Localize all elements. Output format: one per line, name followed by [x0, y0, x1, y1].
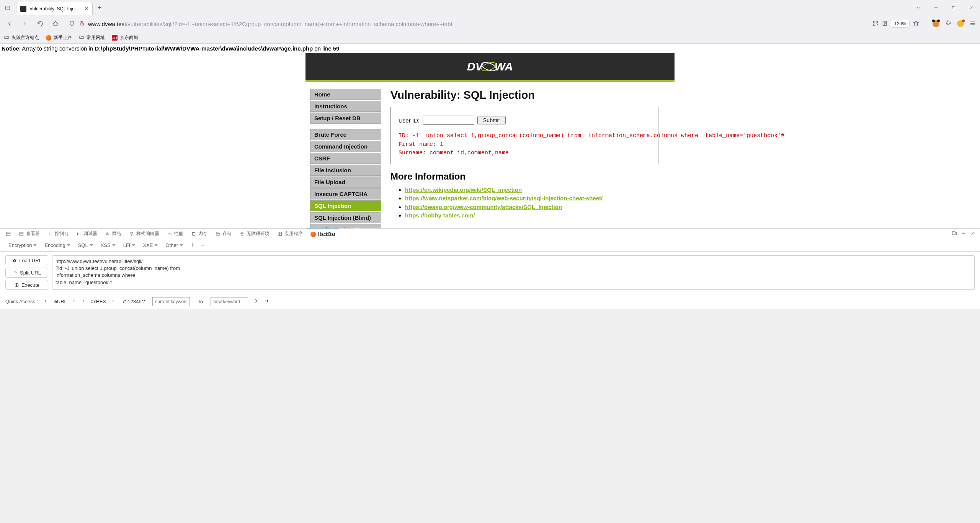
- tab-application[interactable]: 应用程序: [274, 229, 306, 239]
- tab-console[interactable]: 控制台: [44, 229, 72, 239]
- drop-encoding[interactable]: Encoding: [41, 241, 73, 250]
- sidebar-item-weak-session[interactable]: Weak Session IDs: [310, 224, 381, 228]
- tab-inspector[interactable]: 查看器: [15, 229, 43, 239]
- account-icon[interactable]: [933, 20, 939, 27]
- drop-other[interactable]: Other: [162, 241, 186, 250]
- sidebar-item-home[interactable]: Home: [310, 89, 381, 100]
- svg-point-21: [962, 233, 963, 234]
- reload-button[interactable]: [34, 18, 46, 29]
- dvwa-sidebar: Home Instructions Setup / Reset DB Brute…: [310, 89, 381, 228]
- drop-xxe[interactable]: XXE: [140, 241, 161, 250]
- tab-network[interactable]: 网络: [101, 229, 125, 239]
- quick-access-label: Quick Access :: [5, 299, 38, 304]
- qa-next-icon[interactable]: [253, 298, 259, 305]
- bookmark-bar: 火狐官方站点 新手上路 常用网址 JD京东商城: [0, 32, 980, 44]
- more-icon[interactable]: [961, 230, 966, 237]
- new-tab-button[interactable]: +: [94, 2, 105, 13]
- home-button[interactable]: [50, 18, 61, 29]
- page-title: Vulnerability: SQL Injection: [390, 89, 670, 101]
- minimize-button[interactable]: [933, 4, 939, 11]
- execute-button[interactable]: Execute: [5, 280, 48, 290]
- tab-debugger[interactable]: 调试器: [73, 229, 101, 239]
- recent-tabs-icon[interactable]: [2, 2, 13, 13]
- tab-hackbar[interactable]: HackBar: [307, 229, 339, 239]
- info-link[interactable]: https://owasp.org/www-community/attacks/…: [405, 204, 562, 210]
- tab-accessibility[interactable]: 无障碍环境: [236, 229, 273, 239]
- app-menu-icon[interactable]: [969, 20, 976, 28]
- bookmark-folder[interactable]: 火狐官方站点: [4, 34, 39, 41]
- maximize-button[interactable]: [950, 4, 957, 11]
- new-keyword-input[interactable]: [211, 297, 248, 306]
- qa-apply-icon[interactable]: [264, 298, 270, 305]
- sqli-result: ID: -1' union select 1,group_concat(colu…: [399, 132, 650, 158]
- tab-storage[interactable]: 存储: [212, 229, 235, 239]
- browser-chrome: Vulnerability: SQL Injection :: ✕ + www.…: [0, 0, 980, 44]
- drop-xss[interactable]: XSS: [98, 241, 119, 250]
- load-url-button[interactable]: Load URL: [5, 255, 48, 265]
- bookmark-link[interactable]: 新手上路: [46, 34, 72, 41]
- url-text: www.dvwa.test/vulnerabilities/sqli/?id=-…: [88, 21, 869, 27]
- current-keyword-input[interactable]: [152, 297, 190, 306]
- sidebar-item-captcha[interactable]: Insecure CAPTCHA: [310, 188, 381, 199]
- svg-rect-3: [874, 21, 875, 23]
- dvwa-logo: DV WA: [467, 58, 513, 75]
- reader-icon[interactable]: [882, 20, 888, 28]
- close-devtools-icon[interactable]: [970, 230, 975, 237]
- tab-bar: Vulnerability: SQL Injection :: ✕ +: [0, 0, 980, 15]
- close-tab-icon[interactable]: ✕: [84, 6, 88, 11]
- dvwa-container: DV WA Home Instructions Setup / Reset DB…: [305, 53, 675, 228]
- hackbar-main: Load URL Split URL Execute http://www.dv…: [0, 252, 980, 294]
- close-window-button[interactable]: [968, 4, 975, 11]
- svg-rect-18: [280, 234, 282, 235]
- sidebar-item-command[interactable]: Command Injection: [310, 141, 381, 152]
- info-link[interactable]: https://www.netsparker.com/blog/web-secu…: [405, 195, 603, 201]
- qr-icon[interactable]: [872, 20, 879, 28]
- toolbar-add-icon[interactable]: +: [188, 241, 197, 249]
- url-bar[interactable]: www.dvwa.test/vulnerabilities/sqli/?id=-…: [65, 18, 922, 30]
- shield-icon[interactable]: [69, 20, 75, 28]
- qa-prev-icon[interactable]: [43, 299, 48, 304]
- tampermonkey-icon[interactable]: [957, 20, 964, 27]
- zoom-badge[interactable]: 120%: [891, 20, 910, 28]
- sidebar-item-file-upload[interactable]: File Upload: [310, 177, 381, 188]
- info-link[interactable]: https://bobby-tables.com/: [405, 212, 475, 219]
- toolbar-remove-icon[interactable]: −: [198, 241, 207, 249]
- drop-lfi[interactable]: LFI: [120, 241, 139, 250]
- qa-prev-icon[interactable]: [82, 299, 86, 304]
- sidebar-item-brute[interactable]: Brute Force: [310, 129, 381, 140]
- drop-sql[interactable]: SQL: [75, 241, 96, 250]
- lock-slash-icon[interactable]: [79, 20, 85, 28]
- qa-next-icon[interactable]: [72, 299, 76, 304]
- bookmark-folder[interactable]: 常用网址: [79, 34, 105, 41]
- svg-rect-5: [874, 24, 875, 25]
- bookmark-star-icon[interactable]: [913, 20, 920, 28]
- tab-style-editor[interactable]: 样式编辑器: [126, 229, 163, 239]
- bookmark-link[interactable]: JD京东商城: [112, 34, 138, 41]
- tab-memory[interactable]: 内存: [188, 229, 211, 239]
- svg-rect-20: [955, 232, 957, 235]
- sidebar-item-instructions[interactable]: Instructions: [310, 101, 381, 112]
- qa-preset: /*!12345*/: [121, 299, 147, 304]
- back-button[interactable]: [4, 18, 15, 29]
- split-url-button[interactable]: Split URL: [5, 268, 48, 278]
- info-links: https://en.wikipedia.org/wiki/SQL_inject…: [390, 186, 670, 220]
- hackbar-url-textarea[interactable]: http://www.dvwa.test/vulnerabilities/sql…: [52, 255, 975, 290]
- tab-performance[interactable]: 性能: [163, 229, 187, 239]
- responsive-icon[interactable]: [952, 230, 957, 237]
- sidebar-item-sqli[interactable]: SQL Injection: [310, 200, 381, 211]
- drop-encryption[interactable]: Encryption: [5, 241, 40, 250]
- info-link[interactable]: https://en.wikipedia.org/wiki/SQL_inject…: [405, 186, 522, 193]
- sidebar-item-csrf[interactable]: CSRF: [310, 153, 381, 164]
- sidebar-item-setup[interactable]: Setup / Reset DB: [310, 113, 381, 124]
- qa-next-icon[interactable]: [111, 299, 115, 304]
- devtools-dock-icon[interactable]: [2, 229, 15, 239]
- userid-input[interactable]: [423, 116, 474, 125]
- sidebar-item-sqli-blind[interactable]: SQL Injection (Blind): [310, 212, 381, 223]
- list-all-tabs-icon[interactable]: [915, 4, 922, 11]
- sidebar-item-file-inclusion[interactable]: File Inclusion: [310, 165, 381, 176]
- extensions-icon[interactable]: [945, 20, 952, 28]
- forward-button: [19, 18, 31, 29]
- submit-button[interactable]: Submit: [477, 116, 506, 124]
- svg-point-23: [965, 233, 965, 234]
- browser-tab[interactable]: Vulnerability: SQL Injection :: ✕: [16, 2, 93, 15]
